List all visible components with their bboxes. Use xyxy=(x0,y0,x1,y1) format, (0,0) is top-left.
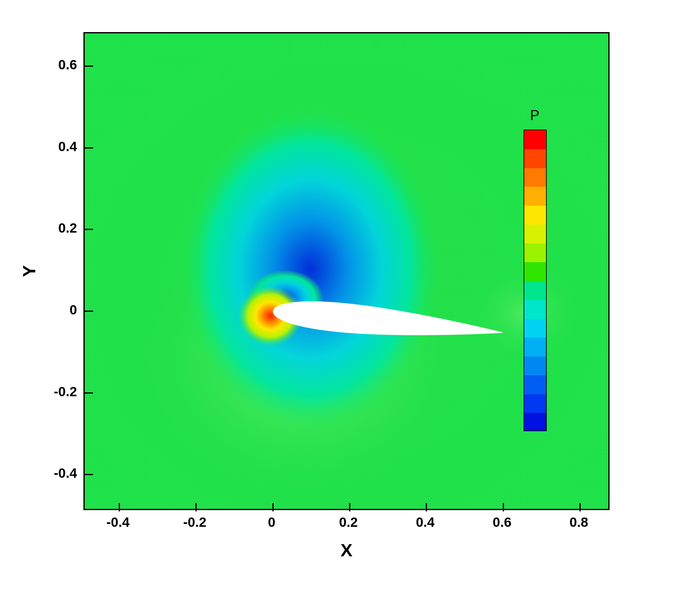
y-tick-label: 0.6 xyxy=(58,57,77,73)
x-axis-label: X xyxy=(340,540,352,560)
x-tick-label: 0.2 xyxy=(339,515,358,530)
x-tick-label: 0.6 xyxy=(493,515,511,530)
colorbar-band xyxy=(524,243,546,262)
x-tick-label: 0 xyxy=(268,515,275,530)
y-tick-label: 0.2 xyxy=(58,220,77,236)
colorbar-band xyxy=(524,187,546,206)
colorbar-band xyxy=(524,130,546,149)
x-tick xyxy=(272,503,274,511)
colorbar: 70006000500040003000200010000-1000-2000-… xyxy=(523,130,547,431)
svg-point-4 xyxy=(238,285,303,346)
x-tick-label: -0.2 xyxy=(183,515,206,530)
x-tick-label: -0.4 xyxy=(106,515,130,530)
x-tick xyxy=(119,503,120,511)
colorbar-band xyxy=(524,394,546,413)
y-tick-label: 0 xyxy=(70,302,77,318)
y-tick xyxy=(85,65,93,67)
colorbar-band xyxy=(524,319,546,338)
x-tick xyxy=(579,503,581,511)
svg-point-1 xyxy=(150,228,456,489)
x-tick xyxy=(195,503,197,511)
y-tick xyxy=(85,147,93,148)
colorbar-band xyxy=(524,149,546,168)
x-tick xyxy=(426,503,427,511)
colorbar-band xyxy=(524,356,546,375)
svg-point-2 xyxy=(180,106,440,432)
colorbar-band xyxy=(524,375,546,394)
y-tick-label: 0.4 xyxy=(58,139,77,154)
y-tick-label: -0.2 xyxy=(54,384,77,399)
colorbar-band xyxy=(524,224,546,243)
colorbar-title: P xyxy=(530,107,539,123)
x-tick-label: 0.4 xyxy=(416,515,434,530)
y-tick xyxy=(85,474,93,475)
colorbar-band xyxy=(524,300,546,319)
colorbar-legend: P 70006000500040003000200010000-1000-200… xyxy=(523,130,611,451)
plot-area: P 70006000500040003000200010000-1000-200… xyxy=(83,32,610,510)
colorbar-band xyxy=(524,413,546,431)
colorbar-band xyxy=(524,338,546,356)
x-tick xyxy=(349,503,350,511)
y-tick xyxy=(85,392,93,394)
colorbar-band xyxy=(524,262,546,281)
svg-point-3 xyxy=(247,270,323,326)
colorbar-band xyxy=(524,168,546,187)
y-tick-label: -0.4 xyxy=(54,465,77,481)
y-tick xyxy=(85,229,93,230)
colorbar-band xyxy=(524,281,546,300)
x-tick-label: 0.8 xyxy=(570,515,588,530)
y-axis-label: Y xyxy=(19,265,39,277)
figure-frame: P 70006000500040003000200010000-1000-200… xyxy=(0,0,693,616)
x-tick xyxy=(503,503,504,511)
y-tick xyxy=(85,311,93,312)
colorbar-band xyxy=(524,206,546,224)
